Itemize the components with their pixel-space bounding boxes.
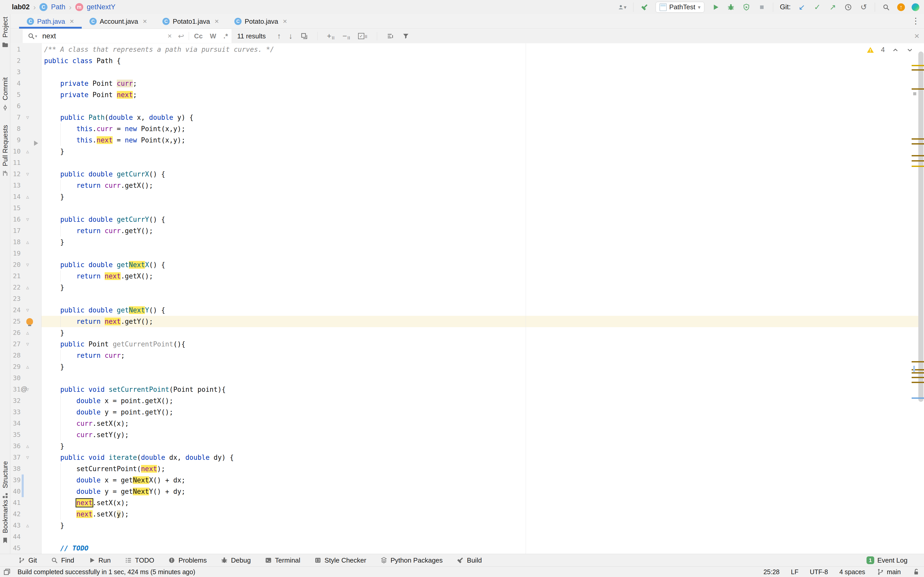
code-line-10[interactable]: } (44, 146, 64, 157)
coverage-button[interactable] (742, 3, 751, 11)
run-button[interactable] (711, 3, 720, 11)
toolbar-button-find[interactable]: Find (51, 556, 74, 564)
tab-Account.java[interactable]: CAccount.java× (82, 14, 155, 29)
run-configuration-select[interactable]: PathTest ▾ (656, 2, 704, 13)
code-line-22[interactable]: } (44, 282, 64, 293)
code-line-40[interactable]: double y = getNextY() + dy; (44, 486, 185, 497)
rollback-icon[interactable]: ↺ (859, 3, 868, 11)
code-line-38[interactable]: setCurrentPoint(next); (44, 463, 165, 474)
fold-open-icon[interactable]: ▿ (24, 305, 31, 316)
build-project-icon[interactable] (640, 3, 649, 11)
stop-button[interactable] (758, 3, 766, 11)
close-tab-icon[interactable]: × (69, 17, 74, 26)
update-available-icon[interactable]: ↑ (897, 3, 905, 11)
toolbar-button-run[interactable]: Run (88, 556, 111, 564)
indent-setting[interactable]: 4 spaces (840, 568, 865, 576)
toolbar-button-problems[interactable]: Problems (168, 556, 207, 564)
code-line-32[interactable]: double x = point.getX(); (44, 395, 173, 406)
search-input[interactable]: ▾ next × ↩ Cc W .* (23, 29, 231, 43)
code-line-41[interactable]: next.setX(x); (44, 497, 129, 508)
match-case-toggle[interactable]: Cc (194, 32, 203, 40)
close-tab-icon[interactable]: × (215, 17, 219, 26)
event-log-button[interactable]: 1 Event Log (866, 556, 908, 564)
fold-open-icon[interactable]: ▿ (24, 214, 31, 225)
sidebar-item-pull-requests[interactable]: Pull Requests (0, 125, 10, 177)
code-line-1[interactable]: /** A class that represents a path via p… (44, 44, 274, 55)
caret-position[interactable]: 25:28 (763, 568, 780, 576)
search-icon[interactable]: ▾ (27, 32, 37, 40)
tool-window-switcher-icon[interactable] (3, 568, 11, 576)
code-line-27[interactable]: public Point getCurrentPoint(){ (44, 338, 185, 350)
close-tab-icon[interactable]: × (283, 17, 287, 26)
next-occurrence-icon[interactable]: ↓ (289, 32, 292, 40)
fold-open-icon[interactable]: ▿ (24, 338, 31, 350)
debug-button[interactable] (727, 3, 735, 11)
toolbar-button-todo[interactable]: TODO (125, 556, 154, 564)
filter-lines-icon[interactable] (386, 32, 394, 40)
code-line-4[interactable]: private Point curr; (44, 78, 137, 89)
toggle-occurrences-icon[interactable]: ✓II (358, 33, 368, 39)
sidebar-item-commit[interactable]: Commit (0, 77, 10, 111)
toolbar-button-debug[interactable]: Debug (221, 556, 251, 564)
fold-close-icon[interactable]: ▵ (24, 191, 31, 203)
code-line-39[interactable]: double x = getNextX() + dx; (44, 474, 185, 486)
breadcrumb-method[interactable]: getNextY (87, 3, 115, 11)
fold-close-icon[interactable]: ▵ (24, 361, 31, 372)
newline-icon[interactable]: ↩ (178, 32, 184, 40)
toolbar-button-style-checker[interactable]: Style Checker (314, 556, 366, 564)
regex-toggle[interactable]: .* (223, 32, 228, 40)
fold-close-icon[interactable]: ▵ (24, 440, 31, 452)
search-filter-icon[interactable] (402, 32, 410, 40)
code-line-45[interactable]: // TODO (44, 543, 89, 554)
code-editor[interactable]: 1/** A class that represents a path via … (10, 43, 924, 554)
code-line-33[interactable]: double y = point.getY(); (44, 406, 173, 418)
sidebar-item-project[interactable]: Project (0, 17, 10, 48)
code-line-24[interactable]: public double getNextY() { (44, 305, 165, 316)
toolbar-button-python-packages[interactable]: Python Packages (380, 556, 443, 564)
chevron-up-icon[interactable] (892, 46, 899, 54)
tab-Path.java[interactable]: CPath.java× (19, 14, 82, 29)
warning-triangle-icon[interactable] (866, 46, 874, 54)
fold-open-icon[interactable]: ▿ (24, 259, 31, 271)
code-line-26[interactable]: } (44, 327, 64, 338)
sidebar-item-bookmarks[interactable]: Bookmarks (0, 500, 10, 544)
search-query-text[interactable]: next (42, 32, 165, 40)
project-name[interactable]: lab02 (12, 3, 30, 11)
breadcrumb-class[interactable]: Path (51, 3, 66, 11)
code-line-8[interactable]: this.curr = new Point(x,y); (44, 123, 185, 134)
remove-occurrence-icon[interactable]: −II (342, 32, 350, 40)
tab-Potato1.java[interactable]: CPotato1.java× (155, 14, 227, 29)
gradient-sphere-icon[interactable] (912, 3, 919, 11)
select-all-occurrences-icon[interactable] (300, 32, 308, 40)
code-line-9[interactable]: this.next = new Point(x,y); (44, 134, 185, 146)
code-line-20[interactable]: public double getNextX() { (44, 259, 165, 271)
code-line-7[interactable]: public Path(double x, double y) { (44, 112, 193, 123)
sidebar-item-structure[interactable]: Structure (0, 461, 10, 499)
history-clock-icon[interactable] (844, 3, 853, 11)
file-encoding[interactable]: UTF-8 (810, 568, 828, 576)
readonly-lock-icon[interactable] (912, 568, 920, 576)
fold-open-icon[interactable]: ▿ (24, 452, 31, 463)
previous-occurrence-icon[interactable]: ↑ (277, 32, 281, 40)
git-branch-widget[interactable]: main (877, 568, 901, 576)
git-commit-check-icon[interactable]: ✓ (813, 3, 822, 11)
git-update-icon[interactable]: ↙ (797, 3, 806, 11)
close-find-bar-icon[interactable]: × (914, 31, 919, 41)
code-line-2[interactable]: public class Path { (44, 55, 121, 66)
chevron-down-icon[interactable] (906, 46, 914, 54)
toolbar-button-build[interactable]: Build (457, 556, 482, 564)
intention-bulb-icon[interactable] (26, 318, 33, 325)
fold-open-icon[interactable]: ▿ (24, 112, 31, 123)
code-line-18[interactable]: } (44, 237, 64, 248)
more-tabs-icon[interactable]: ⋮ (912, 16, 920, 26)
code-line-34[interactable]: curr.setX(x); (44, 418, 129, 429)
code-line-28[interactable]: return curr; (44, 350, 125, 361)
fold-close-icon[interactable]: ▵ (24, 282, 31, 293)
fold-open-icon[interactable]: ▿ (24, 168, 31, 180)
line-separator[interactable]: LF (791, 568, 798, 576)
toolbar-button-git[interactable]: Git (18, 556, 37, 564)
tab-Potato.java[interactable]: CPotato.java× (227, 14, 295, 29)
scrollbar-thumb[interactable] (918, 52, 924, 402)
fold-close-icon[interactable]: ▵ (24, 520, 31, 531)
toolbar-button-terminal[interactable]: Terminal (265, 556, 300, 564)
